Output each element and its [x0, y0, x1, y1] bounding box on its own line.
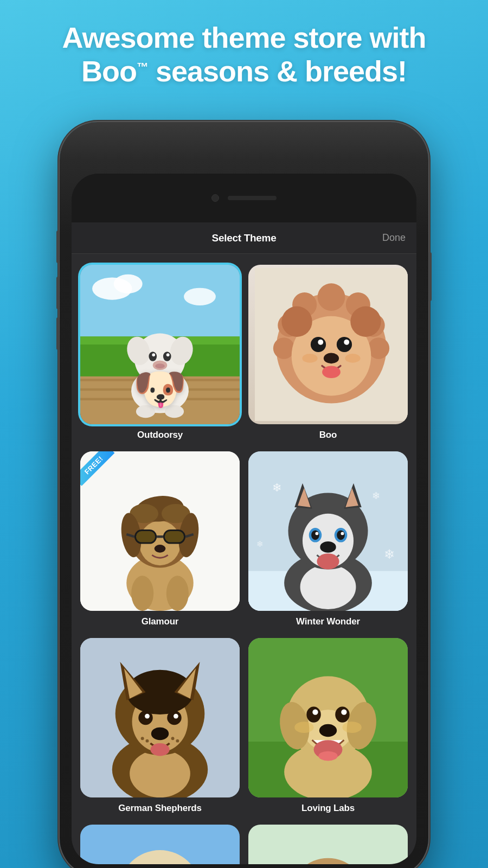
- svg-point-15: [163, 352, 171, 361]
- svg-point-34: [318, 340, 323, 345]
- phone-screen: Select Theme Done: [72, 174, 416, 864]
- svg-point-113: [341, 710, 346, 715]
- theme-label-german-shepherds: German Shepherds: [118, 803, 202, 814]
- svg-point-77: [320, 541, 336, 553]
- svg-point-111: [335, 706, 349, 722]
- svg-point-112: [312, 710, 318, 715]
- svg-point-110: [306, 706, 320, 722]
- svg-point-17: [166, 353, 170, 356]
- svg-point-78: [317, 553, 339, 569]
- svg-point-60: [155, 545, 166, 553]
- svg-point-76: [341, 532, 344, 535]
- headline-rest: seasons & breeds!: [148, 55, 407, 87]
- svg-point-33: [337, 337, 352, 352]
- svg-point-20: [136, 405, 155, 418]
- theme-thumbnail-german: [80, 638, 240, 797]
- theme-item-partial-left[interactable]: [80, 825, 240, 864]
- themes-grid: Outdoorsy: [72, 254, 416, 864]
- svg-point-3: [184, 288, 216, 305]
- svg-point-45: [166, 576, 189, 611]
- svg-point-75: [315, 532, 318, 535]
- svg-point-40: [281, 307, 312, 337]
- svg-point-44: [131, 576, 153, 611]
- svg-point-100: [146, 739, 149, 743]
- svg-rect-7: [80, 379, 240, 381]
- speaker-bar: [228, 196, 277, 200]
- svg-point-39: [345, 354, 360, 363]
- theme-label-boo: Boo: [319, 430, 337, 441]
- svg-point-97: [151, 727, 169, 741]
- svg-point-21: [165, 405, 184, 418]
- svg-rect-9: [80, 398, 240, 400]
- theme-item-loving-labs[interactable]: Loving Labs: [248, 638, 408, 814]
- headline-line2: Boo™ seasons & breeds!: [81, 55, 407, 87]
- theme-thumbnail-boo: [248, 265, 408, 424]
- theme-thumbnail-winter: ❄ ❄ ❄ ❄: [248, 451, 408, 611]
- svg-text:❄: ❄: [384, 547, 395, 561]
- trademark-symbol: ™: [137, 60, 148, 74]
- svg-rect-59: [165, 531, 184, 542]
- svg-point-101: [171, 737, 175, 740]
- nav-title: Select Theme: [212, 232, 277, 244]
- svg-point-30: [368, 337, 389, 359]
- theme-label-winter-wonder: Winter Wonder: [296, 616, 360, 627]
- headline-line1: Awesome theme store with: [62, 21, 426, 54]
- svg-point-102: [176, 739, 179, 743]
- theme-thumbnail-partial-left: [80, 825, 240, 864]
- svg-point-29: [273, 337, 294, 359]
- svg-point-99: [141, 737, 144, 740]
- camera-dot: [211, 194, 219, 202]
- navigation-bar: Select Theme Done: [72, 222, 416, 254]
- svg-point-14: [149, 352, 157, 361]
- theme-item-german-shepherds[interactable]: German Shepherds: [80, 638, 240, 814]
- svg-point-18: [153, 360, 167, 370]
- svg-point-38: [302, 354, 317, 363]
- theme-item-boo[interactable]: Boo: [248, 265, 408, 441]
- svg-point-96: [174, 714, 178, 719]
- svg-point-73: [311, 531, 319, 540]
- svg-point-116: [318, 751, 337, 761]
- svg-point-64: [300, 565, 356, 609]
- svg-point-24: [318, 283, 345, 311]
- svg-point-114: [319, 724, 337, 737]
- svg-point-16: [152, 353, 155, 356]
- svg-text:❄: ❄: [372, 490, 380, 501]
- theme-item-winter-wonder[interactable]: ❄ ❄ ❄ ❄ Winter Wonder: [248, 451, 408, 627]
- svg-rect-6: [80, 376, 240, 424]
- svg-point-117: [294, 722, 313, 733]
- svg-point-32: [311, 337, 326, 352]
- svg-point-98: [150, 743, 169, 756]
- svg-point-85: [130, 750, 190, 797]
- headline-boo-text: Boo: [81, 55, 137, 87]
- theme-thumbnail-outdoorsy: [80, 265, 240, 424]
- svg-point-2: [114, 275, 143, 293]
- theme-thumbnail-glamour: [80, 451, 240, 611]
- theme-label-loving-labs: Loving Labs: [301, 803, 355, 814]
- theme-label-outdoorsy: Outdoorsy: [137, 430, 183, 441]
- svg-point-118: [342, 722, 361, 733]
- theme-item-outdoorsy[interactable]: Outdoorsy: [80, 265, 240, 441]
- svg-rect-0: [80, 265, 240, 336]
- svg-point-35: [344, 340, 349, 345]
- theme-item-partial-right[interactable]: [248, 825, 408, 864]
- svg-point-19: [155, 363, 165, 368]
- svg-text:❄: ❄: [272, 481, 282, 494]
- app-headline: Awesome theme store with Boo™ seasons & …: [0, 0, 488, 88]
- phone-top-bar: [72, 174, 416, 222]
- phone-frame: Select Theme Done: [60, 122, 428, 868]
- done-button[interactable]: Done: [382, 232, 406, 244]
- svg-rect-58: [136, 531, 155, 542]
- svg-point-95: [145, 714, 150, 719]
- svg-rect-8: [80, 388, 240, 391]
- theme-thumbnail-labs: [248, 638, 408, 797]
- theme-thumbnail-partial-right: [248, 825, 408, 864]
- svg-point-10: [131, 368, 189, 413]
- svg-point-37: [322, 366, 341, 378]
- theme-label-glamour: Glamour: [142, 616, 179, 627]
- free-badge: [80, 451, 118, 489]
- svg-point-41: [350, 307, 381, 337]
- theme-item-glamour[interactable]: Glamour: [80, 451, 240, 627]
- svg-point-74: [337, 531, 345, 540]
- svg-text:❄: ❄: [256, 540, 264, 548]
- svg-point-36: [324, 353, 339, 364]
